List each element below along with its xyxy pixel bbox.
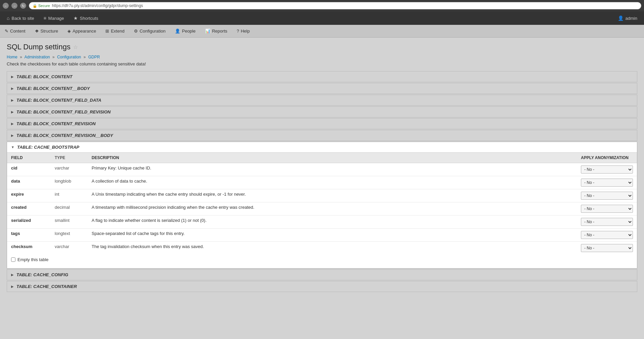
table-row: createddecimalA timestamp with milliseco… [7,202,637,215]
table-section-header-block-content-field-revision[interactable]: ▶ TABLE: BLOCK_CONTENT_FIELD_REVISION [7,107,637,117]
breadcrumb-home[interactable]: Home [7,55,17,59]
table-section-block-content-body: ▶ TABLE: BLOCK_CONTENT__BODY [7,83,637,94]
table-header-row: FIELD TYPE DESCRIPTION APPLY ANONYMIZATI… [7,153,637,163]
empty-table-checkbox[interactable] [11,257,15,262]
field-cell: data [7,176,51,189]
configuration-nav-icon: ⚙ [134,29,138,34]
user-icon: 👤 [618,15,624,21]
collapse-arrow-block-content-revision-body: ▶ [11,134,14,137]
empty-table-row: Empty this table [7,254,637,265]
breadcrumb: Home » Administration » Configuration » … [7,55,637,59]
col-header-field: FIELD [7,153,51,163]
browser-forward-btn[interactable]: → [11,3,17,9]
table-section-header-block-content-body[interactable]: ▶ TABLE: BLOCK_CONTENT__BODY [7,83,637,94]
browser-back-btn[interactable]: ← [3,3,9,9]
field-cell: checksum [7,242,51,255]
table-section-cache-config: ▶ TABLE: CACHE_CONFIG [7,269,637,280]
anonymization-cell: - No -- Yes -AnonymizeDelete [577,163,637,176]
table-inner-cache-bootstrap: FIELD TYPE DESCRIPTION APPLY ANONYMIZATI… [7,153,637,268]
field-cell: tags [7,229,51,242]
expand-arrow-cache-bootstrap: ▼ [11,145,14,149]
nav-appearance[interactable]: ◈ Appearance [63,25,101,38]
anonymization-cell: - No -- Yes -AnonymizeDelete [577,229,637,242]
type-cell: smallint [51,215,88,229]
page-content: SQL Dump settings ☆ Home » Administratio… [0,38,644,298]
table-row: cidvarcharPrimary Key: Unique cache ID.-… [7,163,637,176]
table-section-header-block-content-revision-body[interactable]: ▶ TABLE: BLOCK_CONTENT_REVISION__BODY [7,130,637,141]
nav-people[interactable]: 👤 People [170,25,200,38]
anonymization-cell: - No -- Yes -AnonymizeDelete [577,189,637,202]
table-section-block-content-field-data: ▶ TABLE: BLOCK_CONTENT_FIELD_DATA [7,95,637,106]
description-cell: The tag invalidation checksum when this … [88,242,577,255]
shortcuts-link[interactable]: ★ Shortcuts [69,11,102,25]
collapse-arrow-block-content: ▶ [11,75,14,79]
anonymization-cell: - No -- Yes -AnonymizeDelete [577,202,637,215]
anonymization-select-checksum[interactable]: - No -- Yes -AnonymizeDelete [581,244,633,252]
breadcrumb-gdpr[interactable]: GDPR [88,55,100,59]
anonymization-select-cid[interactable]: - No -- Yes -AnonymizeDelete [581,165,633,174]
collapse-arrow-block-content-body: ▶ [11,87,14,90]
table-row: checksumvarcharThe tag invalidation chec… [7,242,637,255]
manage-link[interactable]: ≡ Manage [40,11,68,25]
nav-content[interactable]: ✎ Content [0,25,30,38]
secondary-nav: ✎ Content ❖ Structure ◈ Appearance ⊞ Ext… [0,25,644,38]
type-cell: longtext [51,229,88,242]
anonymization-select-serialized[interactable]: - No -- Yes -AnonymizeDelete [581,218,633,226]
collapse-arrow-block-content-field-revision: ▶ [11,110,14,114]
field-cell: cid [7,163,51,176]
manage-icon: ≡ [44,15,46,21]
anonymization-select-created[interactable]: - No -- Yes -AnonymizeDelete [581,205,633,213]
field-cell: serialized [7,215,51,229]
breadcrumb-configuration[interactable]: Configuration [57,55,81,59]
nav-extend[interactable]: ⊞ Extend [101,25,129,38]
description-cell: A flag to indicate whether content is se… [88,215,577,229]
empty-table-label[interactable]: Empty this table [17,257,49,262]
anonymization-cell: - No -- Yes -AnonymizeDelete [577,176,637,189]
reports-nav-icon: 📊 [205,29,210,34]
col-header-type: TYPE [51,153,88,163]
people-nav-icon: 👤 [175,29,180,34]
anonymization-select-data[interactable]: - No -- Yes -AnonymizeDelete [581,179,633,187]
anonymization-select-expire[interactable]: - No -- Yes -AnonymizeDelete [581,192,633,200]
admin-toolbar: ⌂ Back to site ≡ Manage ★ Shortcuts 👤 ad… [0,11,644,25]
admin-user-link[interactable]: 👤 admin [614,11,641,25]
field-cell: expire [7,189,51,202]
description-cell: Space-separated list of cache tags for t… [88,229,577,242]
back-to-site-link[interactable]: ⌂ Back to site [3,11,38,25]
appearance-nav-icon: ◈ [67,29,71,34]
collapse-arrow-block-content-revision: ▶ [11,122,14,126]
breadcrumb-administration[interactable]: Administration [24,55,50,59]
type-cell: longblob [51,176,88,189]
type-cell: varchar [51,163,88,176]
collapse-arrow-cache-container: ▶ [11,285,14,288]
browser-reload-btn[interactable]: ↻ [20,3,26,9]
table-section-header-block-content-revision[interactable]: ▶ TABLE: BLOCK_CONTENT_REVISION [7,118,637,129]
nav-configuration[interactable]: ⚙ Configuration [129,25,170,38]
anonymization-cell: - No -- Yes -AnonymizeDelete [577,215,637,229]
nav-structure[interactable]: ❖ Structure [30,25,63,38]
url-text: https://dfr7u.ply.st/admin/config/gdpr/d… [52,3,143,8]
nav-help[interactable]: ? Help [232,25,254,38]
table-row: tagslongtextSpace-separated list of cach… [7,229,637,242]
col-header-apply-anonymization: APPLY ANONYMIZATION [577,153,637,163]
table-section-header-block-content-field-data[interactable]: ▶ TABLE: BLOCK_CONTENT_FIELD_DATA [7,95,637,105]
table-section-block-content-revision: ▶ TABLE: BLOCK_CONTENT_REVISION [7,118,637,129]
description-cell: A Unix timestamp indicating when the cac… [88,189,577,202]
table-section-header-cache-container[interactable]: ▶ TABLE: CACHE_CONTAINER [7,281,637,292]
collapse-arrow-block-content-field-data: ▶ [11,98,14,102]
table-section-header-cache-config[interactable]: ▶ TABLE: CACHE_CONFIG [7,270,637,280]
home-icon: ⌂ [7,15,9,21]
anonymization-select-tags[interactable]: - No -- Yes -AnonymizeDelete [581,231,633,239]
col-header-description: DESCRIPTION [88,153,577,163]
table-section-block-content: ▶ TABLE: BLOCK_CONTENT [7,71,637,82]
shortcuts-icon: ★ [73,15,78,21]
browser-address-bar[interactable]: 🔒 Secure https://dfr7u.ply.st/admin/conf… [29,2,641,9]
table-section-header-block-content[interactable]: ▶ TABLE: BLOCK_CONTENT [7,71,637,82]
structure-nav-icon: ❖ [35,29,39,34]
page-description: Check the checkboxes for each table colu… [7,61,637,66]
favorite-star-icon[interactable]: ☆ [73,44,78,50]
description-cell: Primary Key: Unique cache ID. [88,163,577,176]
nav-reports[interactable]: 📊 Reports [200,25,232,38]
table-section-block-content-revision-body: ▶ TABLE: BLOCK_CONTENT_REVISION__BODY [7,130,637,141]
table-section-header-cache-bootstrap[interactable]: ▼ TABLE: CACHE_BOOTSTRAP [7,142,637,153]
